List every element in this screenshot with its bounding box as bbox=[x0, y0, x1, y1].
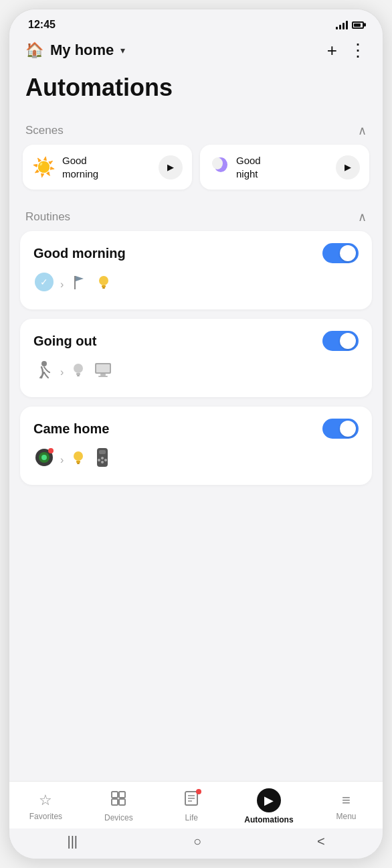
moon-svg bbox=[209, 155, 229, 175]
page-title: Automations bbox=[25, 74, 367, 102]
life-notification-dot bbox=[196, 789, 201, 794]
routines-label: Routines bbox=[25, 210, 70, 224]
bottom-nav: ☆ Favorites Devices bbox=[9, 781, 383, 828]
routine-arrow-going-out: › bbox=[60, 366, 64, 378]
routine-card-going-out[interactable]: Going out › bbox=[20, 319, 372, 397]
svg-rect-25 bbox=[99, 450, 106, 454]
life-label: Life bbox=[185, 813, 198, 822]
automations-label: Automations bbox=[244, 815, 293, 824]
scroll-content: Scenes ∧ ☀️ Goodmorning ▶ bbox=[9, 114, 383, 781]
routine-action1-good-morning bbox=[69, 272, 89, 297]
svg-rect-14 bbox=[96, 364, 110, 372]
svg-point-28 bbox=[98, 459, 100, 461]
alarm-icon: ✓ bbox=[33, 271, 55, 293]
routine-toggle-good-morning[interactable] bbox=[322, 243, 359, 263]
status-bar: 12:45 bbox=[9, 9, 383, 36]
svg-point-29 bbox=[104, 459, 107, 461]
nav-item-menu[interactable]: ≡ Menu bbox=[326, 792, 366, 821]
devices-svg-icon bbox=[110, 790, 126, 806]
routines-collapse-icon[interactable]: ∧ bbox=[358, 210, 367, 224]
svg-text:✓: ✓ bbox=[40, 277, 48, 287]
home-icon: 🏠 bbox=[25, 42, 43, 59]
bulb-icon-morning bbox=[94, 273, 113, 291]
routines-section-header: Routines ∧ bbox=[20, 200, 372, 231]
routine-icons-good-morning: ✓ › bbox=[33, 271, 359, 297]
favorites-icon: ☆ bbox=[39, 792, 52, 809]
routine-icons-came-home: › bbox=[33, 447, 359, 473]
nav-item-automations[interactable]: ▶ Automations bbox=[244, 788, 293, 824]
routine-action2-came-home bbox=[93, 447, 112, 473]
scene-card-good-night[interactable]: Goodnight ▶ bbox=[200, 145, 369, 190]
svg-rect-7 bbox=[102, 285, 106, 287]
nav-item-favorites[interactable]: ☆ Favorites bbox=[25, 792, 66, 821]
good-morning-play-button[interactable]: ▶ bbox=[159, 155, 183, 179]
routine-action1-going-out bbox=[69, 360, 88, 384]
home-selector[interactable]: 🏠 My home ▾ bbox=[25, 42, 125, 59]
svg-point-19 bbox=[41, 455, 47, 460]
status-icons bbox=[336, 20, 364, 29]
scene-card-good-morning[interactable]: ☀️ Goodmorning ▶ bbox=[23, 145, 192, 190]
svg-rect-31 bbox=[119, 792, 125, 798]
svg-rect-32 bbox=[112, 799, 118, 805]
add-button[interactable]: + bbox=[327, 42, 337, 59]
signal-icon bbox=[336, 20, 348, 29]
svg-rect-23 bbox=[77, 463, 80, 464]
home-bar-back[interactable]: ||| bbox=[67, 834, 78, 849]
svg-rect-15 bbox=[100, 374, 106, 376]
life-icon bbox=[183, 790, 199, 810]
svg-rect-12 bbox=[77, 375, 80, 376]
scenes-section-header: Scenes ∧ bbox=[20, 114, 372, 145]
routine-name-good-morning: Good morning bbox=[33, 246, 126, 261]
routine-action1-came-home bbox=[69, 448, 88, 472]
nav-actions: + ⋮ bbox=[327, 42, 367, 59]
svg-rect-30 bbox=[112, 792, 118, 798]
svg-rect-4 bbox=[74, 276, 76, 289]
monitor-icon bbox=[93, 360, 113, 379]
svg-rect-22 bbox=[76, 461, 80, 463]
routine-trigger-good-morning: ✓ bbox=[33, 271, 55, 297]
favorites-label: Favorites bbox=[29, 812, 62, 821]
routine-header-going-out: Going out bbox=[33, 331, 359, 351]
scenes-row: ☀️ Goodmorning ▶ Goodnight ▶ bbox=[20, 145, 372, 200]
menu-label: Menu bbox=[336, 812, 356, 821]
routine-toggle-going-out[interactable] bbox=[322, 331, 359, 351]
scene-info-good-morning: ☀️ Goodmorning bbox=[32, 154, 98, 180]
home-bar-home[interactable]: ○ bbox=[193, 834, 201, 849]
routine-header-good-morning: Good morning bbox=[33, 243, 359, 263]
nav-item-devices[interactable]: Devices bbox=[98, 790, 138, 822]
bulb-dim-icon bbox=[69, 360, 88, 379]
home-bar-recents[interactable]: < bbox=[317, 834, 325, 849]
routine-arrow-good-morning: › bbox=[60, 279, 64, 291]
svg-point-9 bbox=[41, 361, 47, 366]
scene-info-good-night: Goodnight bbox=[209, 154, 261, 180]
routine-name-came-home: Came home bbox=[33, 421, 109, 437]
status-time: 12:45 bbox=[28, 19, 56, 31]
nav-item-life[interactable]: Life bbox=[171, 790, 211, 822]
good-morning-scene-name: Goodmorning bbox=[62, 154, 98, 180]
more-button[interactable]: ⋮ bbox=[349, 42, 367, 59]
routine-card-came-home[interactable]: Came home › bbox=[20, 407, 372, 485]
routine-toggle-came-home[interactable] bbox=[322, 419, 359, 439]
devices-icon bbox=[110, 790, 126, 810]
top-nav: 🏠 My home ▾ + ⋮ bbox=[9, 36, 383, 66]
routine-card-good-morning[interactable]: Good morning ✓ › bbox=[20, 231, 372, 309]
good-night-scene-name: Goodnight bbox=[236, 154, 261, 180]
routine-trigger-going-out bbox=[33, 359, 55, 385]
svg-point-21 bbox=[74, 451, 83, 461]
sensor-icon bbox=[33, 447, 55, 468]
good-night-scene-icon bbox=[209, 155, 229, 179]
svg-point-26 bbox=[101, 457, 104, 459]
svg-point-27 bbox=[101, 461, 104, 463]
page-title-area: Automations bbox=[9, 66, 383, 114]
good-night-play-button[interactable]: ▶ bbox=[336, 155, 360, 179]
routine-name-going-out: Going out bbox=[33, 334, 96, 349]
svg-rect-11 bbox=[76, 373, 80, 375]
home-bar: ||| ○ < bbox=[9, 828, 383, 859]
routine-header-came-home: Came home bbox=[33, 419, 359, 439]
chevron-down-icon: ▾ bbox=[120, 45, 125, 56]
svg-point-10 bbox=[74, 364, 83, 373]
remote-icon bbox=[93, 447, 112, 468]
scenes-collapse-icon[interactable]: ∧ bbox=[358, 123, 367, 138]
walking-icon bbox=[33, 359, 55, 380]
routine-action2-going-out bbox=[93, 360, 113, 384]
